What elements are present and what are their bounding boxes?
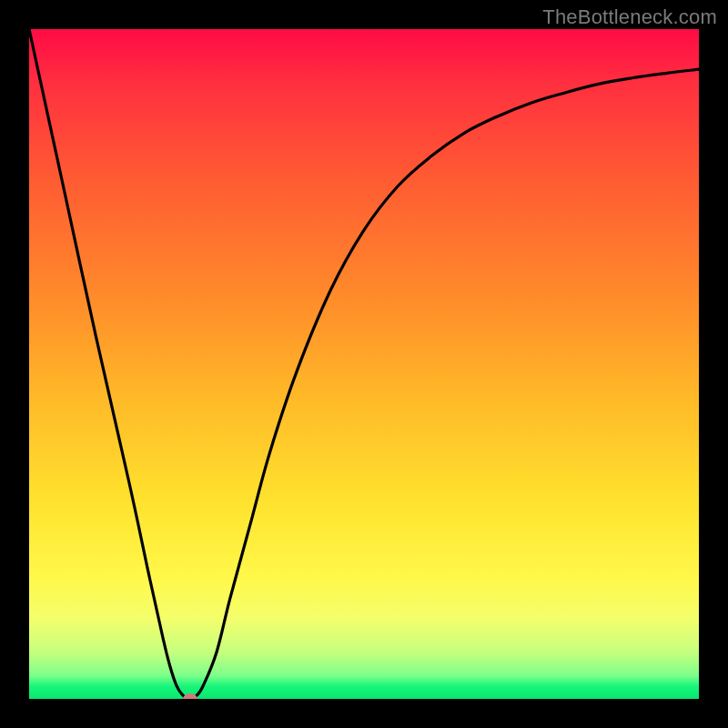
- bottleneck-curve: [29, 29, 699, 699]
- curve-svg: [29, 29, 699, 699]
- chart-frame: TheBottleneck.com: [0, 0, 728, 728]
- optimum-marker: [183, 693, 197, 699]
- watermark-text: TheBottleneck.com: [542, 5, 717, 29]
- plot-area: [29, 29, 699, 699]
